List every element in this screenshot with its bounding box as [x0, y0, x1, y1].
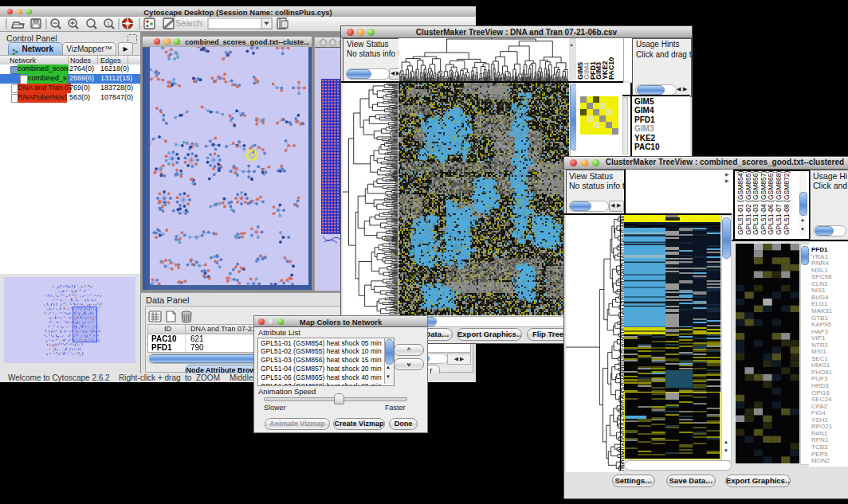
svg-text:GPL51-07 (GSM868): GPL51-07 (GSM868) [775, 171, 783, 235]
svg-text:GPL51-04 (GSM857): GPL51-04 (GSM857) [760, 171, 768, 235]
svg-text:GPL51-02 (GSM855): GPL51-02 (GSM855) [744, 171, 752, 235]
svg-text:GPL51-03 (GSM856): GPL51-03 (GSM856) [752, 171, 760, 235]
svg-text:GPL51-08 (GSM872): GPL51-08 (GSM872) [783, 171, 791, 235]
svg-text:1: 1 [107, 21, 110, 26]
svg-text:GPL51-06 (GSM865): GPL51-06 (GSM865) [767, 171, 775, 235]
svg-text:GPL51-01 (GSM854): GPL51-01 (GSM854) [736, 171, 744, 235]
svg-text:Search:: Search: [175, 18, 204, 28]
svg-text:PAC10: PAC10 [607, 57, 615, 80]
